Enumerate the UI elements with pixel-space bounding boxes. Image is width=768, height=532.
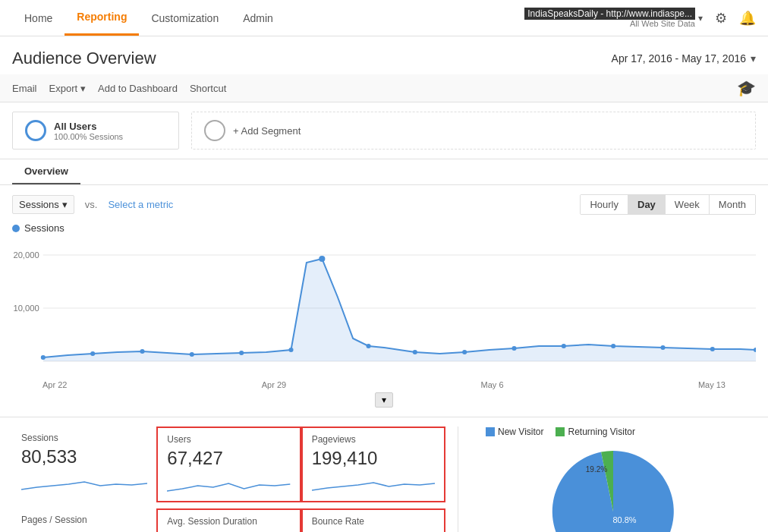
period-hourly[interactable]: Hourly bbox=[581, 195, 628, 214]
svg-point-17 bbox=[511, 346, 516, 351]
add-dashboard-button[interactable]: Add to Dashboard bbox=[98, 80, 178, 97]
segment-sublabel: 100.00% Sessions bbox=[54, 132, 123, 141]
stat-pages-session-label: Pages / Session bbox=[21, 515, 147, 525]
stat-avg-duration: Avg. Session Duration 00:03:00 bbox=[156, 508, 301, 532]
stat-users: Users 67,427 bbox=[156, 427, 301, 502]
svg-point-18 bbox=[562, 344, 566, 348]
mini-chart-pageviews bbox=[312, 472, 435, 495]
date-range-picker[interactable]: Apr 17, 2016 - May 17, 2016 ▾ bbox=[612, 52, 756, 65]
nav-reporting[interactable]: Reporting bbox=[65, 0, 139, 36]
account-name-highlight: IndiaSpeaksDaily - http://www.indiaspe..… bbox=[524, 8, 695, 20]
export-label: Export bbox=[49, 83, 78, 94]
bell-icon[interactable]: 🔔 bbox=[739, 10, 756, 27]
svg-point-21 bbox=[710, 347, 715, 351]
page-title: Audience Overview bbox=[12, 49, 156, 68]
stat-sessions-label: Sessions bbox=[21, 433, 147, 443]
chart-expand-btn[interactable]: ▾ bbox=[375, 392, 393, 408]
pie-new-label: New Visitor bbox=[498, 427, 543, 437]
tab-overview[interactable]: Overview bbox=[12, 159, 80, 184]
tab-bar: Overview bbox=[0, 159, 768, 185]
mini-chart-users bbox=[167, 472, 290, 495]
metric-dropdown[interactable]: Sessions ▾ bbox=[12, 195, 74, 214]
chart-svg: 20,000 10,000 bbox=[12, 240, 756, 376]
nav-admin[interactable]: Admin bbox=[231, 2, 285, 35]
metric-select: Sessions ▾ vs. Select a metric bbox=[12, 195, 173, 214]
svg-point-14 bbox=[367, 344, 371, 348]
chart-svg-container: 20,000 10,000 bbox=[12, 240, 756, 408]
account-info[interactable]: IndiaSpeaksDaily - http://www.indiaspe..… bbox=[524, 8, 703, 28]
period-day[interactable]: Day bbox=[628, 195, 666, 214]
legend-label: Sessions bbox=[24, 222, 65, 234]
top-nav: Home Reporting Customization Admin India… bbox=[0, 0, 768, 36]
period-week[interactable]: Week bbox=[666, 195, 710, 214]
add-segment-text: + Add Segment bbox=[233, 125, 301, 137]
add-segment-circle bbox=[204, 120, 225, 141]
date-range-icon: ▾ bbox=[751, 52, 756, 65]
email-button[interactable]: Email bbox=[12, 80, 37, 97]
pie-returning-color bbox=[556, 427, 565, 436]
chart-legend: Sessions bbox=[12, 222, 756, 234]
graduation-icon[interactable]: 🎓 bbox=[737, 79, 756, 97]
pie-chart: 80.8% 19.2% bbox=[537, 443, 689, 532]
svg-point-10 bbox=[190, 352, 194, 357]
stat-sessions: Sessions 80,533 bbox=[12, 427, 156, 502]
stat-sessions-value: 80,533 bbox=[21, 446, 147, 467]
svg-point-11 bbox=[239, 351, 244, 355]
shortcut-button[interactable]: Shortcut bbox=[190, 80, 226, 97]
pie-svg: 80.8% 19.2% bbox=[537, 443, 689, 532]
toolbar: Email Export ▾ Add to Dashboard Shortcut… bbox=[0, 74, 768, 102]
account-sub: All Web Site Data bbox=[524, 19, 695, 28]
stats-area: Sessions 80,533 Users 67,427 Pageviews 1… bbox=[0, 417, 768, 532]
stat-users-value: 67,427 bbox=[167, 448, 290, 469]
stat-avg-duration-label: Avg. Session Duration bbox=[167, 516, 290, 527]
nav-home[interactable]: Home bbox=[12, 2, 65, 35]
stat-pageviews-label: Pageviews bbox=[312, 434, 435, 445]
all-users-segment[interactable]: All Users 100.00% Sessions bbox=[12, 112, 179, 150]
svg-text:20,000: 20,000 bbox=[13, 250, 39, 260]
select-metric-link[interactable]: Select a metric bbox=[108, 199, 173, 210]
export-dropdown-icon: ▾ bbox=[80, 83, 86, 94]
subheader: Audience Overview Apr 17, 2016 - May 17,… bbox=[0, 36, 768, 74]
svg-point-16 bbox=[462, 350, 467, 354]
metric-dropdown-icon: ▾ bbox=[62, 199, 68, 210]
stat-bounce-rate: Bounce Rate 0.62% bbox=[301, 508, 445, 532]
chart-nav: ▾ bbox=[12, 392, 756, 408]
date-range-text: Apr 17, 2016 - May 17, 2016 bbox=[612, 52, 746, 65]
svg-point-7 bbox=[41, 355, 46, 360]
chart-area: Sessions ▾ vs. Select a metric Hourly Da… bbox=[0, 185, 768, 417]
x-label-apr29: Apr 29 bbox=[262, 380, 286, 389]
svg-text:10,000: 10,000 bbox=[13, 304, 39, 313]
pie-legend: New Visitor Returning Visitor bbox=[486, 427, 635, 437]
stats-right: New Visitor Returning Visitor 80.8% 19.2… bbox=[458, 427, 756, 532]
x-label-may6: May 6 bbox=[481, 380, 504, 389]
account-dropdown-icon[interactable]: ▾ bbox=[698, 13, 703, 24]
account-name: IndiaSpeaksDaily - http://www.indiaspe..… bbox=[524, 8, 695, 19]
stat-pages-session: Pages / Session 2.48 bbox=[12, 508, 156, 532]
segment-bar: All Users 100.00% Sessions + Add Segment bbox=[0, 102, 768, 159]
svg-point-20 bbox=[660, 345, 665, 350]
svg-point-12 bbox=[288, 348, 293, 352]
pie-new-color bbox=[486, 427, 495, 436]
export-button[interactable]: Export ▾ bbox=[49, 80, 87, 97]
stat-users-label: Users bbox=[167, 434, 290, 445]
stat-pages-session-value: 2.48 bbox=[21, 528, 147, 532]
svg-point-9 bbox=[140, 349, 144, 354]
pie-legend-returning: Returning Visitor bbox=[556, 427, 635, 437]
add-segment[interactable]: + Add Segment bbox=[191, 112, 756, 150]
svg-point-19 bbox=[611, 344, 615, 348]
metric-label: Sessions bbox=[19, 199, 59, 210]
period-buttons: Hourly Day Week Month bbox=[580, 194, 756, 215]
svg-point-15 bbox=[413, 350, 417, 354]
period-month[interactable]: Month bbox=[710, 195, 755, 214]
pie-returning-pct-text: 19.2% bbox=[586, 465, 607, 474]
pie-legend-new: New Visitor bbox=[486, 427, 543, 437]
mini-chart-sessions bbox=[21, 471, 147, 493]
chart-controls: Sessions ▾ vs. Select a metric Hourly Da… bbox=[12, 194, 756, 215]
legend-dot bbox=[12, 225, 20, 232]
pie-new-pct-text: 80.8% bbox=[612, 515, 636, 524]
svg-marker-6 bbox=[43, 259, 756, 361]
svg-point-8 bbox=[90, 351, 95, 356]
settings-icon[interactable]: ⚙ bbox=[715, 10, 727, 27]
x-label-apr22: Apr 22 bbox=[42, 380, 67, 389]
nav-customization[interactable]: Customization bbox=[139, 2, 231, 35]
